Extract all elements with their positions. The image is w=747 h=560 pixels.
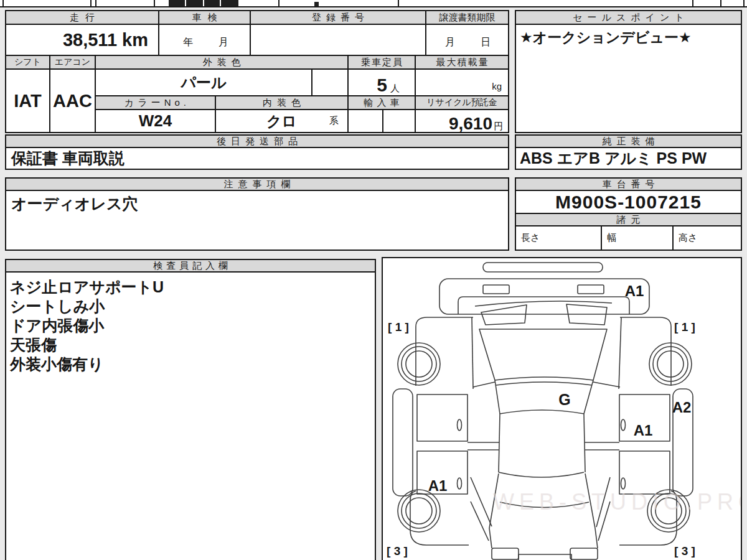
tire-label-front-right: [ 1 ] [674,320,695,334]
cut-top-row [0,0,747,7]
color-no-header: カラーNo. [95,95,216,110]
capacity-value: 5 人 [347,68,416,96]
divider [203,0,204,6]
import-car-cell-2 [382,109,416,133]
recycle-unit: 円 [494,121,503,133]
front-right-wheel [649,343,692,385]
divider [398,0,399,6]
rear-left-wheel [398,490,440,532]
specs-header: 諸元 [515,213,742,226]
max-load-value: kg [415,68,509,96]
mileage-header: 走行 [5,10,159,25]
tire-label-rear-right: [ 3 ] [674,544,695,558]
spec-width-cell: 幅 [601,225,674,251]
later-parts-header: 後日発送部品 [5,134,509,148]
interior-color-value: クロ 系 [215,109,349,133]
inspector-box: ネジ止ロアサポートU シートしみ小 ドア内張傷小 天張傷 外装小傷有り [5,271,376,560]
divider [278,0,280,6]
cut-text-fragment [314,2,319,6]
transfer-deadline-value: 月 日 [425,24,509,56]
divider [692,0,693,6]
damage-labels: A1 [ 1 ] [ 1 ] G A2 A1 A1 [ 3 ] [ 3 ] [387,282,695,558]
chassis-no-header: 車台番号 [515,177,742,191]
mileage-value: 38,511 km [5,24,159,56]
spec-length-cell: 長さ [515,225,602,251]
inspector-line: 天張傷 [10,335,371,355]
equipment-header: 純正装備 [515,134,742,148]
recycle-value: 9,610 円 [415,109,509,133]
shift-value: IAT [5,68,50,133]
exterior-color-extra-cell [311,68,349,96]
inspection-header: 車検 [158,10,251,25]
inspection-year-label: 年 [183,36,193,49]
shift-header: シフト [5,55,50,70]
tire-label-front-left: [ 1 ] [388,320,409,334]
divider [2,0,4,6]
aircon-header: エアコン [49,55,96,70]
max-load-unit: kg [492,81,502,91]
interior-color-suffix: 系 [329,115,339,127]
color-no-value: W24 [95,109,216,133]
import-car-header: 輸入車 [347,95,416,110]
divider [220,0,221,6]
inspection-month-label: 月 [218,36,228,49]
divider [720,0,721,6]
recycle-header: リサイクル預託金 [415,95,509,110]
damage-label-right-sill: A2 [672,399,692,416]
aircon-value: AAC [49,68,96,133]
chassis-no-value: M900S-1007215 [515,190,742,214]
sales-point-value: ★オークションデビュー★ [515,24,742,133]
damage-diagram-box: WEB-STUDIO.PRO A1 [ 1 ] [ 1 ] G A2 A1 A1… [382,257,742,560]
interior-color-text: クロ [266,111,297,131]
import-car-cell-1 [347,109,383,133]
spec-height-cell: 高さ [672,225,742,251]
transfer-deadline-header: 譲渡書類期限 [425,10,509,25]
inspection-value: 年 月 [158,24,251,56]
inspector-line: 外装小傷有り [10,355,371,374]
divider [743,0,745,6]
watermark-text: WEB-STUDIO.PRO [493,489,741,515]
divider [185,0,186,6]
inspector-line: ネジ止ロアサポートU [10,278,371,297]
exterior-color-header: 外装色 [95,55,349,70]
recycle-amount: 9,610 [449,114,492,134]
car-diagram: WEB-STUDIO.PRO A1 [ 1 ] [ 1 ] G A2 A1 A1… [383,258,741,560]
car-outline [393,263,693,560]
exterior-color-value: パール [95,68,312,96]
interior-color-header: 内装色 [215,95,349,110]
damage-label-left-rear-door: A1 [428,477,448,494]
transfer-month-label: 月 [445,36,455,49]
capacity-unit: 人 [390,83,400,95]
notes-value: オーディオレス穴 [5,190,509,251]
damage-label-front: A1 [625,282,644,299]
damage-label-glass: G [558,391,570,408]
inspector-header: 検査員記入欄 [5,259,376,273]
damage-label-right-door: A1 [634,422,653,439]
registration-header: 登録番号 [250,10,426,25]
registration-value [250,24,426,56]
tire-label-rear-left: [ 3 ] [387,544,408,558]
divider [154,0,155,6]
max-load-header: 最大積載量 [415,55,509,70]
capacity-header: 乗車定員 [347,55,416,70]
capacity-number: 5 [377,75,387,96]
inspector-line: シートしみ小 [10,297,371,316]
later-parts-value: 保証書 車両取説 [5,147,509,170]
front-left-wheel [398,343,440,385]
transfer-day-label: 日 [481,36,491,49]
sales-point-header: セールスポイント [515,10,742,25]
equipment-value: ABS エアB アルミ PS PW [515,147,742,170]
inspector-line: ドア内張傷小 [10,316,371,335]
notes-header: 注意事項欄 [5,177,509,191]
divider [95,0,96,6]
divider [90,0,92,6]
